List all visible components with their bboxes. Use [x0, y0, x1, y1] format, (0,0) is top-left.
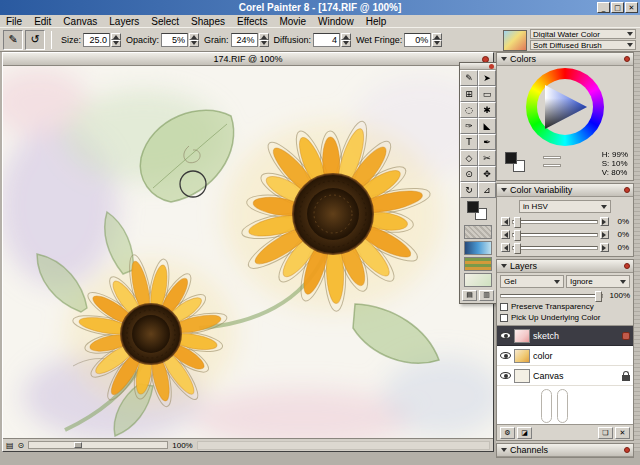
layer-visibility-eye-icon[interactable] — [500, 332, 511, 339]
slider-left-arrow[interactable] — [501, 217, 510, 226]
reset-tool-button[interactable]: ↺ — [25, 30, 45, 50]
menu-shapes[interactable]: Shapes — [185, 15, 231, 28]
diffusion-field-input[interactable]: 4 — [313, 33, 340, 47]
paint-bucket-tool[interactable]: ◣ — [478, 118, 496, 134]
slider-right-arrow[interactable] — [600, 230, 609, 239]
menu-effects[interactable]: Effects — [231, 15, 273, 28]
collapse-icon[interactable] — [501, 188, 507, 195]
maximize-button[interactable]: □ — [611, 2, 624, 13]
title-bar[interactable]: Corel Painter 8 - [174.RIF @ 100%] _ □ ✕ — [0, 0, 640, 15]
layer-row-canvas[interactable]: Canvas — [497, 366, 633, 386]
brush-tool-button[interactable]: ✎ — [3, 30, 23, 50]
grain-field-spinner[interactable] — [259, 33, 269, 47]
spinner-up-icon[interactable] — [432, 33, 442, 40]
magnifier-icon[interactable]: ⊙ — [18, 441, 25, 450]
spinner-up-icon[interactable] — [111, 33, 121, 40]
drawer-icon[interactable]: ▤ — [6, 441, 14, 450]
brush-category-dropdown[interactable]: Digital Water Color — [530, 29, 636, 39]
variability-slider[interactable] — [512, 246, 598, 250]
gradient-selector[interactable] — [464, 241, 492, 255]
paper-drawer-button[interactable]: ▥ — [479, 290, 494, 301]
menu-layers[interactable]: Layers — [103, 15, 145, 28]
palette-menu-button[interactable] — [624, 187, 630, 193]
crop-tool[interactable]: ⊞ — [460, 86, 478, 102]
document-title-bar[interactable]: 174.RIF @ 100% — [3, 53, 493, 66]
brush-tool[interactable]: ✎ — [460, 70, 478, 86]
collapse-icon[interactable] — [501, 264, 507, 271]
color-variability-header[interactable]: Color Variability — [497, 184, 633, 197]
channels-palette-header[interactable]: Channels — [497, 444, 633, 457]
brush-variant-dropdown[interactable]: Soft Diffused Brush — [530, 40, 636, 50]
menu-file[interactable]: File — [0, 15, 28, 28]
spinner-down-icon[interactable] — [111, 40, 121, 47]
layer-opacity-slider[interactable] — [500, 294, 603, 298]
perspective-grid-tool[interactable]: ⊿ — [478, 182, 496, 198]
menu-movie[interactable]: Movie — [273, 15, 312, 28]
color-mini-slider[interactable] — [543, 164, 561, 167]
dynamic-plugins-button[interactable]: ⚙ — [500, 427, 515, 439]
close-button[interactable]: ✕ — [625, 2, 638, 13]
variability-slider[interactable] — [512, 233, 598, 237]
color-mini-slider[interactable] — [543, 156, 561, 159]
canvas-painting[interactable] — [3, 66, 493, 438]
wet-fringe-field-spinner[interactable] — [432, 33, 442, 47]
spinner-down-icon[interactable] — [432, 40, 442, 47]
slider-left-arrow[interactable] — [501, 230, 510, 239]
grain-field-input[interactable]: 24% — [231, 33, 258, 47]
slider-thumb[interactable] — [514, 217, 521, 228]
menu-edit[interactable]: Edit — [28, 15, 57, 28]
diffusion-field-spinner[interactable] — [341, 33, 351, 47]
spinner-down-icon[interactable] — [341, 40, 351, 47]
variability-slider[interactable] — [512, 220, 598, 224]
front-color-swatch[interactable] — [505, 152, 517, 164]
colors-palette-header[interactable]: Colors — [497, 53, 633, 66]
paper-selector[interactable] — [464, 225, 492, 239]
menu-canvas[interactable]: Canvas — [57, 15, 103, 28]
size-field-input[interactable]: 25.0 — [83, 33, 110, 47]
magic-wand-tool[interactable]: ✱ — [478, 102, 496, 118]
slider-thumb[interactable] — [514, 230, 521, 241]
menu-select[interactable]: Select — [145, 15, 185, 28]
opacity-field-input[interactable]: 5% — [161, 33, 188, 47]
rect-select-tool[interactable]: ▭ — [478, 86, 496, 102]
collapse-icon[interactable] — [501, 57, 507, 64]
new-channel-button[interactable]: ◪ — [517, 427, 532, 439]
shape-tool[interactable]: ◇ — [460, 150, 478, 166]
composite-method-dropdown[interactable]: Gel — [500, 275, 564, 288]
brush-drawer-button[interactable]: ▤ — [462, 290, 477, 301]
layer-adjuster-tool[interactable]: ➤ — [478, 70, 496, 86]
magnifier-tool[interactable]: ⊙ — [460, 166, 478, 182]
pick-up-underlying-checkbox[interactable] — [500, 314, 508, 322]
nozzle-selector[interactable] — [464, 273, 492, 287]
delete-layer-button[interactable]: ✕ — [615, 427, 630, 439]
layers-palette-header[interactable]: Layers — [497, 260, 633, 273]
palette-menu-button[interactable] — [624, 56, 630, 62]
layer-visibility-eye-icon[interactable] — [500, 372, 511, 379]
dropper-tool[interactable]: ✑ — [460, 118, 478, 134]
spinner-up-icon[interactable] — [259, 33, 269, 40]
front-color-swatch[interactable] — [467, 201, 479, 213]
variability-mode-dropdown[interactable]: in HSV — [519, 200, 611, 213]
composite-depth-dropdown[interactable]: Ignore — [566, 275, 630, 288]
preserve-transparency-checkbox[interactable] — [500, 303, 508, 311]
collapse-icon[interactable] — [501, 448, 507, 455]
layer-opacity-thumb[interactable] — [595, 291, 602, 302]
slider-left-arrow[interactable] — [501, 243, 510, 252]
hue-ring[interactable] — [526, 68, 604, 146]
sv-triangle[interactable] — [537, 79, 593, 135]
zoom-slider-thumb[interactable] — [74, 442, 82, 448]
dock-edge-grip[interactable] — [634, 52, 640, 452]
pattern-selector[interactable] — [464, 257, 492, 271]
slider-right-arrow[interactable] — [600, 217, 609, 226]
new-layer-button[interactable]: ❏ — [598, 427, 613, 439]
zoom-slider[interactable] — [28, 441, 168, 449]
layer-row-sketch[interactable]: sketch — [497, 326, 633, 346]
menu-window[interactable]: Window — [312, 15, 360, 28]
spinner-down-icon[interactable] — [259, 40, 269, 47]
scissors-tool[interactable]: ✂ — [478, 150, 496, 166]
spinner-up-icon[interactable] — [341, 33, 351, 40]
grabber-tool[interactable]: ✥ — [478, 166, 496, 182]
opacity-field-spinner[interactable] — [189, 33, 199, 47]
palette-menu-button[interactable] — [624, 263, 630, 269]
layer-row-color[interactable]: color — [497, 346, 633, 366]
